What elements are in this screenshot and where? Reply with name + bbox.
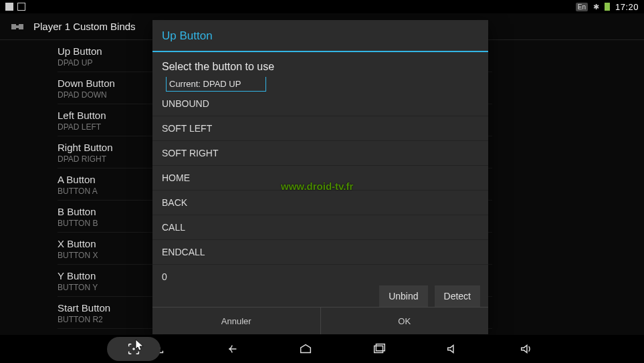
- battery-icon: [605, 3, 610, 11]
- svg-rect-0: [374, 346, 383, 352]
- unbind-button[interactable]: Unbind: [379, 285, 427, 307]
- button-option[interactable]: CALL: [152, 215, 488, 240]
- button-option[interactable]: ENDCALL: [152, 240, 488, 265]
- status-bar: En ✱ 17:20: [0, 0, 644, 13]
- button-select-dialog: Up Button Select the button to use Curre…: [152, 20, 488, 334]
- clock: 17:20: [615, 2, 639, 12]
- button-option[interactable]: HOME: [152, 166, 488, 191]
- page-title: Player 1 Custom Binds: [33, 21, 136, 32]
- cancel-button[interactable]: Annuler: [152, 308, 321, 334]
- cast-icon: [5, 3, 13, 11]
- nav-recents-button[interactable]: [366, 340, 393, 358]
- app-indicator-icon: [17, 3, 25, 11]
- button-option[interactable]: UNBOUND: [152, 92, 488, 116]
- svg-rect-1: [376, 344, 385, 351]
- button-option[interactable]: SOFT RIGHT: [152, 141, 488, 166]
- button-option[interactable]: SOFT LEFT: [152, 116, 488, 141]
- current-binding-field[interactable]: Current: DPAD UP: [166, 77, 266, 92]
- button-option[interactable]: 0: [152, 265, 488, 281]
- nav-volume-down-button[interactable]: [439, 340, 466, 358]
- nav-home-button[interactable]: [292, 340, 319, 358]
- bluetooth-icon: ✱: [593, 3, 599, 11]
- app-icon: [9, 19, 25, 35]
- detect-button[interactable]: Detect: [435, 285, 480, 307]
- button-option-list: UNBOUNDSOFT LEFTSOFT RIGHTHOMEBACKCALLEN…: [152, 92, 488, 281]
- dialog-subtitle: Select the button to use: [152, 52, 488, 73]
- ok-button[interactable]: OK: [321, 308, 489, 334]
- ime-indicator: En: [576, 3, 588, 11]
- nav-back-button[interactable]: [219, 340, 245, 358]
- nav-screenshot-button[interactable]: [107, 337, 160, 361]
- dialog-title: Up Button: [152, 20, 488, 52]
- button-option[interactable]: BACK: [152, 191, 488, 215]
- nav-volume-up-button[interactable]: [513, 340, 540, 358]
- system-nav-bar: [0, 335, 644, 363]
